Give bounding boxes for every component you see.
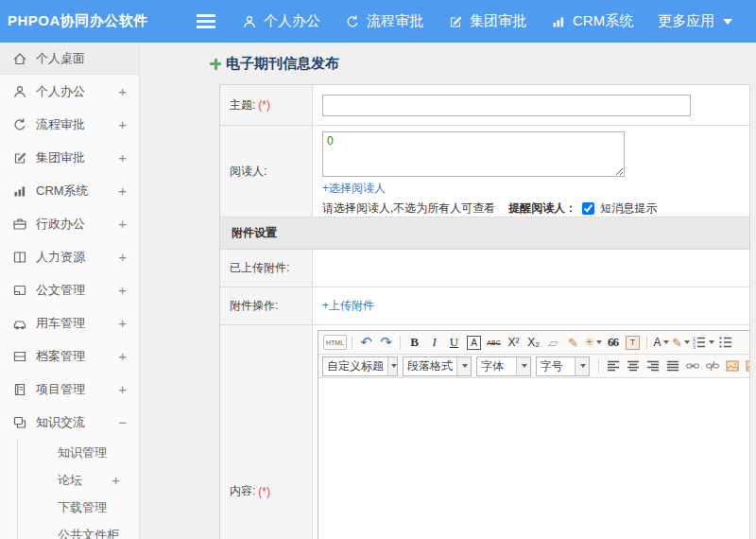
blockquote-button[interactable]: 66 [604, 333, 622, 352]
sidebar-subitem-knowledge-management[interactable]: 知识管理 [18, 439, 139, 466]
sidebar-item-archive-management[interactable]: 档案管理 + [0, 339, 139, 373]
columns-book-icon [12, 250, 27, 265]
sidebar-item-label: 人力资源 [36, 249, 85, 266]
toolbar-separator [598, 359, 599, 374]
sms-remind-checkbox[interactable] [582, 202, 594, 215]
nav-crm-system[interactable]: CRM系统 [551, 12, 633, 30]
auto-typeset-button[interactable]: ✳ [584, 333, 602, 352]
align-right-icon [645, 358, 661, 374]
knowledge-submenu: 知识管理 论坛 + 下载管理 公共文件柜 [17, 439, 139, 539]
align-right-button[interactable] [644, 356, 662, 375]
sidebar-subitem-public-file-cabinet[interactable]: 公共文件柜 [18, 521, 139, 539]
highlight-color-button[interactable]: ✎ [672, 333, 690, 352]
expand-plus-icon[interactable]: + [118, 183, 127, 199]
html-source-button[interactable]: HTML [323, 335, 347, 350]
align-justify-icon [665, 358, 680, 374]
font-size-select[interactable]: 字号 [536, 356, 591, 376]
sidebar-subitem-forum[interactable]: 论坛 + [18, 466, 139, 494]
editor-content-area[interactable] [318, 378, 749, 539]
readers-textarea[interactable]: 0 [322, 131, 625, 177]
nav-personal-office[interactable]: 个人办公 [242, 12, 320, 30]
paste-as-text-button[interactable]: T [626, 336, 640, 350]
align-left-icon [606, 358, 621, 374]
subject-row: 主题: (*) [220, 85, 749, 126]
sidebar-item-personal-office[interactable]: 个人办公 + [0, 75, 139, 108]
strikethrough-button[interactable]: ABC [485, 333, 503, 352]
attachment-ops-label: 附件操作: [220, 287, 313, 324]
upload-attachment-link[interactable]: +上传附件 [322, 298, 374, 314]
bold-button[interactable]: B [405, 333, 423, 352]
expand-plus-icon[interactable]: + [118, 348, 127, 364]
sidebar-item-human-resources[interactable]: 人力资源 + [0, 240, 139, 273]
sidebar-item-group-approval[interactable]: 集团审批 + [0, 141, 139, 174]
nav-group-approval[interactable]: 集团审批 [448, 12, 526, 30]
sidebar-subitem-download-management[interactable]: 下载管理 [18, 494, 139, 521]
custom-title-select[interactable]: 自定义标题 [322, 356, 398, 376]
sidebar-item-vehicle-management[interactable]: 用车管理 + [0, 306, 139, 339]
remove-format-eraser-button[interactable]: ▱ [543, 333, 564, 352]
subject-input[interactable] [322, 95, 691, 116]
nav-more-apps[interactable]: 更多应用 [658, 12, 732, 30]
ordered-list-button[interactable]: 123 [692, 333, 714, 352]
expand-plus-icon[interactable]: + [118, 249, 127, 265]
sidebar-item-workflow-approval[interactable]: 流程审批 + [0, 108, 139, 141]
app-title: PHPOA协同办公软件 [0, 12, 142, 30]
collapse-minus-icon[interactable]: − [118, 414, 127, 430]
subject-label: 主题: (*) [220, 85, 313, 125]
sidebar-item-admin-office[interactable]: 行政办公 + [0, 207, 139, 240]
underline-button[interactable]: U [445, 333, 463, 352]
sidebar-item-label: 公文管理 [36, 282, 85, 299]
subject-field-cell [313, 85, 749, 125]
font-family-select[interactable]: 字体 [476, 356, 531, 376]
unlink-icon [705, 358, 720, 374]
insert-image-button[interactable] [723, 356, 741, 375]
sidebar-item-project-management[interactable]: 项目管理 + [0, 373, 139, 406]
user-icon [12, 84, 27, 99]
uploaded-attachments-field [313, 250, 749, 287]
expand-plus-icon[interactable]: + [112, 472, 120, 488]
page-title: 电子期刊信息发布 [210, 55, 756, 73]
superscript-button[interactable]: X² [505, 333, 523, 352]
insert-multi-image-button[interactable] [743, 356, 749, 375]
align-justify-button[interactable] [663, 356, 681, 375]
font-border-button[interactable]: A [467, 336, 481, 350]
align-center-button[interactable] [624, 356, 642, 375]
chat-copy-icon [12, 415, 27, 430]
hamburger-menu-icon[interactable] [197, 14, 215, 28]
select-value: 字体 [477, 358, 516, 374]
italic-button[interactable]: I [425, 333, 443, 352]
sidebar-item-personal-desktop[interactable]: 个人桌面 [0, 43, 139, 75]
expand-plus-icon[interactable]: + [118, 216, 127, 232]
format-brush-button[interactable]: ✎ [564, 333, 582, 352]
expand-plus-icon[interactable]: + [118, 116, 127, 132]
image-icon [725, 358, 740, 374]
select-readers-link[interactable]: +选择阅读人 [322, 181, 386, 197]
align-left-button[interactable] [604, 356, 622, 375]
main-content: 电子期刊信息发布 主题: (*) 阅读人: 0 +选择阅读人 [140, 43, 756, 539]
archive-icon [12, 349, 27, 364]
nav-label: 更多应用 [658, 12, 714, 30]
unlink-button[interactable] [703, 356, 721, 375]
subscript-button[interactable]: X₂ [524, 333, 542, 352]
expand-plus-icon[interactable]: + [118, 83, 127, 99]
attachment-section-header: 附件设置 [220, 217, 749, 250]
insert-link-button[interactable] [683, 356, 701, 375]
uploaded-attachments-label: 已上传附件: [220, 250, 313, 287]
expand-plus-icon[interactable]: + [118, 282, 127, 298]
font-color-button[interactable]: A [652, 333, 670, 352]
undo-button[interactable]: ↶ [357, 333, 375, 352]
redo-button[interactable]: ↷ [377, 333, 395, 352]
unordered-list-button[interactable] [716, 333, 734, 352]
sidebar-item-knowledge-exchange[interactable]: 知识交流 − [0, 406, 139, 439]
unordered-list-icon [718, 335, 733, 350]
expand-plus-icon[interactable]: + [118, 381, 127, 397]
nav-workflow-approval[interactable]: 流程审批 [345, 12, 423, 30]
expand-plus-icon[interactable]: + [118, 149, 127, 165]
font-color-icon: A [654, 336, 662, 349]
sidebar-item-crm-system[interactable]: CRM系统 + [0, 174, 139, 207]
expand-plus-icon[interactable]: + [118, 315, 127, 331]
sidebar-item-document-management[interactable]: 公文管理 + [0, 273, 139, 306]
caret-down-icon [387, 357, 397, 375]
caret-down-icon [516, 357, 530, 375]
paragraph-format-select[interactable]: 段落格式 [403, 356, 472, 376]
